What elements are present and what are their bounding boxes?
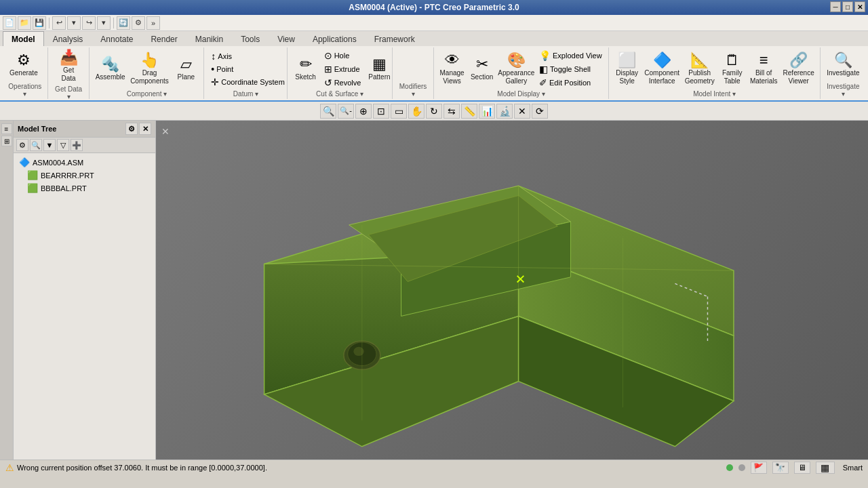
side-icon-2[interactable]: ⊞ bbox=[1, 136, 12, 146]
panel-tb-filter[interactable]: ▽ bbox=[57, 139, 69, 151]
generate-button[interactable]: ⚙ Generate bbox=[7, 52, 41, 79]
investigate-button[interactable]: 🔍 Investigate bbox=[825, 52, 861, 79]
operations-items: ⚙ Generate bbox=[7, 47, 43, 83]
model-intent-items: ⬜ DisplayStyle 🔷 ComponentInterface 📐 Pu… bbox=[614, 47, 816, 90]
hole-label: Hole bbox=[334, 52, 350, 60]
zoom-in-button[interactable]: 🔍 bbox=[320, 104, 336, 119]
tab-manikin[interactable]: Manikin bbox=[186, 31, 232, 46]
hole-button[interactable]: ⊙ Hole bbox=[322, 49, 363, 62]
maximize-button[interactable]: □ bbox=[842, 1, 853, 12]
sketch-button[interactable]: ✏ Sketch bbox=[292, 56, 319, 83]
panel-tb-expand[interactable]: ▼ bbox=[43, 139, 56, 151]
analysis-button[interactable]: 🔬 bbox=[496, 104, 513, 119]
tab-framework[interactable]: Framework bbox=[366, 31, 424, 46]
getdata-button[interactable]: 📥 Get Data bbox=[53, 49, 85, 84]
redo-button[interactable]: ↪ bbox=[82, 16, 96, 30]
display-style-button[interactable]: ⬜ DisplayStyle bbox=[614, 52, 641, 87]
regenerate-button[interactable]: 🔄 bbox=[117, 16, 130, 30]
new-button[interactable]: 📄 bbox=[3, 16, 16, 30]
panel-settings-button[interactable]: ⚙ bbox=[125, 123, 138, 135]
viewport-close-button[interactable]: ✕ bbox=[161, 126, 170, 137]
ref-viewer-icon: 🔗 bbox=[789, 53, 808, 68]
toggle-shell-button[interactable]: ◧ Toggle Shell bbox=[537, 63, 604, 75]
tab-render[interactable]: Render bbox=[142, 31, 186, 46]
grid-button[interactable]: ▦ bbox=[816, 462, 835, 474]
cross-section-button[interactable]: ✕ bbox=[514, 104, 530, 119]
panel-close-button[interactable]: ✕ bbox=[139, 123, 151, 135]
tab-tools[interactable]: Tools bbox=[232, 31, 269, 46]
open-button[interactable]: 📁 bbox=[18, 16, 31, 30]
panel-tb-add[interactable]: ➕ bbox=[71, 139, 83, 151]
zoom-out-button[interactable]: 🔍- bbox=[338, 104, 354, 119]
undo-dropdown[interactable]: ▾ bbox=[67, 16, 81, 30]
pan-button[interactable]: ✋ bbox=[408, 104, 425, 119]
component-interface-button[interactable]: 🔷 ComponentInterface bbox=[644, 52, 681, 87]
statusbar: ⚠ Wrong current position offset 37.0060.… bbox=[0, 460, 868, 474]
panel-tb-search[interactable]: 🔍 bbox=[30, 139, 42, 151]
exploded-view-button[interactable]: 💡 Exploded View bbox=[537, 49, 604, 62]
pattern-button[interactable]: ▦ Pattern bbox=[366, 56, 393, 83]
coordinate-button[interactable]: ✛ Coordinate System bbox=[209, 76, 282, 88]
revolve-button[interactable]: ↺ Revolve bbox=[322, 77, 363, 89]
flip-button[interactable]: ⇆ bbox=[443, 104, 460, 119]
ribbon-group-operations: ⚙ Generate Operations ▾ bbox=[3, 47, 48, 99]
rotate-button[interactable]: ↻ bbox=[426, 104, 442, 119]
tree-item-asm[interactable]: 🔷 ASM0004.ASM bbox=[16, 156, 153, 169]
drag-components-button[interactable]: 👆 DragComponents bbox=[130, 52, 170, 87]
tree-item-bbbbal[interactable]: 🟩 BBBBAL.PRT bbox=[16, 182, 153, 195]
zoom-fit-button[interactable]: ⊕ bbox=[355, 104, 372, 119]
component-interface-icon: 🔷 bbox=[653, 53, 671, 68]
minimize-button[interactable]: ─ bbox=[830, 1, 841, 12]
tab-model[interactable]: Model bbox=[3, 31, 44, 46]
publish-geometry-icon: 📐 bbox=[690, 53, 709, 68]
dynamic-button[interactable]: ⟳ bbox=[532, 104, 548, 119]
assemble-button[interactable]: 🔩 Assemble bbox=[94, 56, 127, 83]
more-button[interactable]: » bbox=[146, 16, 160, 30]
sketch-label: Sketch bbox=[295, 73, 316, 81]
tab-annotate[interactable]: Annotate bbox=[92, 31, 142, 46]
tab-analysis[interactable]: Analysis bbox=[44, 31, 92, 46]
viewport: ✕ bbox=[156, 121, 868, 460]
exploded-icon: 💡 bbox=[539, 50, 551, 61]
save-button[interactable]: 💾 bbox=[33, 16, 46, 30]
axis-button[interactable]: ↕ Axis bbox=[209, 50, 282, 62]
bill-of-materials-button[interactable]: ≡ Bill ofMaterials bbox=[749, 52, 779, 87]
panel-tb-settings[interactable]: ⚙ bbox=[16, 139, 28, 151]
close-button[interactable]: ✕ bbox=[854, 1, 865, 12]
undo-button[interactable]: ↩ bbox=[52, 16, 66, 30]
telescope-button[interactable]: 🔭 bbox=[772, 462, 789, 474]
measure-button[interactable]: 📏 bbox=[461, 104, 477, 119]
status-right: 🚩 🔭 🖥 ▦ Smart bbox=[726, 462, 863, 474]
family-table-button[interactable]: 🗒 FamilyTable bbox=[719, 52, 746, 87]
bearrrr-icon: 🟩 bbox=[27, 170, 38, 180]
point-button[interactable]: • Point bbox=[209, 63, 282, 75]
plane-button[interactable]: ▱ Plane bbox=[172, 56, 199, 83]
ribbon-group-component: 🔩 Assemble 👆 DragComponents ▱ Plane Comp… bbox=[90, 47, 205, 99]
section-label: Section bbox=[471, 73, 493, 81]
redo-dropdown[interactable]: ▾ bbox=[97, 16, 111, 30]
rectangle-select-button[interactable]: ▭ bbox=[391, 104, 407, 119]
3d-model-viewport bbox=[156, 121, 868, 460]
reference-viewer-button[interactable]: 🔗 ReferenceViewer bbox=[782, 52, 816, 87]
section-button[interactable]: ✂ Section bbox=[469, 56, 496, 83]
edit-position-button[interactable]: ✐ Edit Position bbox=[537, 77, 604, 89]
flag-button[interactable]: 🚩 bbox=[751, 462, 767, 474]
plane-label: Plane bbox=[178, 73, 195, 81]
extrude-button[interactable]: ⊞ Extrude bbox=[322, 63, 363, 75]
chart-button[interactable]: 📊 bbox=[479, 104, 495, 119]
display-style-icon: ⬜ bbox=[618, 53, 636, 68]
drag-icon: 👆 bbox=[140, 53, 159, 68]
settings-button[interactable]: ⚙ bbox=[132, 16, 145, 30]
zoom-window-button[interactable]: ⊡ bbox=[373, 104, 389, 119]
tab-view[interactable]: View bbox=[269, 31, 304, 46]
manage-views-button[interactable]: 👁 ManageViews bbox=[439, 52, 466, 87]
tree-item-bearrrr[interactable]: 🟩 BEARRRR.PRT bbox=[16, 169, 153, 182]
extrude-icon: ⊞ bbox=[324, 64, 332, 75]
appearance-gallery-button[interactable]: 🎨 AppearanceGallery bbox=[498, 52, 534, 87]
monitor-button[interactable]: 🖥 bbox=[794, 462, 810, 474]
publish-geometry-button[interactable]: 📐 PublishGeometry bbox=[684, 52, 716, 87]
side-icon-1[interactable]: ≡ bbox=[1, 123, 12, 134]
revolve-icon: ↺ bbox=[324, 77, 332, 88]
tab-applications[interactable]: Applications bbox=[304, 31, 366, 46]
ribbon-content: ⚙ Generate Operations ▾ 📥 Get Data Get D… bbox=[0, 46, 868, 100]
